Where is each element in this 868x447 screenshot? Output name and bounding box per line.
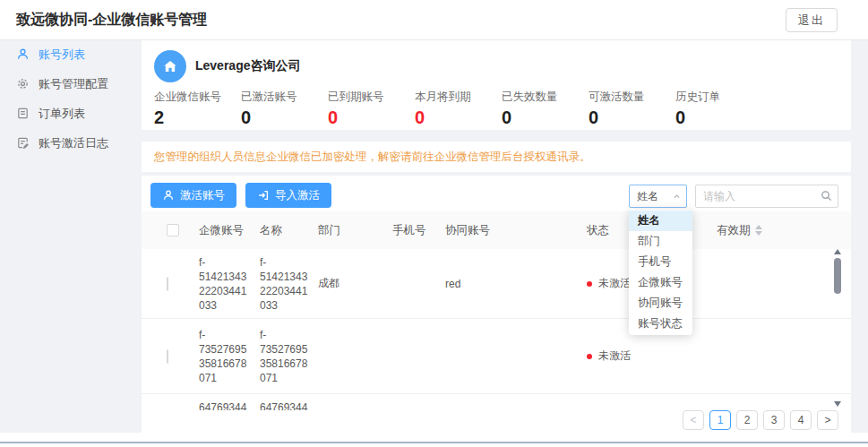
- sort-carets-icon[interactable]: [755, 225, 762, 236]
- sidebar-item-account-list[interactable]: 账号列表: [0, 40, 142, 68]
- col-wecom-account: 企微账号: [199, 223, 260, 238]
- cell-department: [318, 394, 392, 401]
- table-row[interactable]: f- 51421343 22203441 033 f- 51421343 222…: [142, 249, 851, 319]
- search-input[interactable]: [695, 185, 838, 208]
- scrollbar-thumb[interactable]: [834, 258, 841, 294]
- sidebar-item-label: 账号管理配置: [39, 76, 108, 92]
- chevron-up-icon: [673, 193, 681, 201]
- dropdown-option-name[interactable]: 姓名: [629, 211, 692, 231]
- top-header: 致远微协同-企业微信账号管理 退出: [0, 0, 868, 40]
- stat-invalid: 已失效数量 0: [502, 90, 589, 128]
- stats-row: 企业微信账号 2 已激活账号 0 已到期账号 0 本月将到期 0 已失效数量 0…: [154, 90, 838, 128]
- cell-collab-account: [445, 394, 587, 401]
- table-row[interactable]: f- 73527695 35816678 071 f- 73527695 358…: [142, 319, 851, 394]
- table-header: 企微账号 名称 部门 手机号 协同账号 状态 有效期: [142, 211, 851, 249]
- dropdown-option-department[interactable]: 部门: [629, 231, 692, 252]
- cell-validity: [717, 394, 851, 401]
- dropdown-option-phone[interactable]: 手机号: [629, 252, 692, 272]
- stat-value: 0: [675, 107, 762, 128]
- cell-name: 64769344: [260, 394, 318, 410]
- sidebar-item-label: 账号激活日志: [39, 135, 108, 151]
- stat-value: 0: [502, 107, 589, 128]
- home-icon: [154, 50, 186, 82]
- pagination: < 1 2 3 4 >: [677, 410, 838, 430]
- bottom-strip: [0, 433, 868, 447]
- toolbar: 激活账号 导入激活: [150, 183, 331, 208]
- status-dot-icon: [587, 354, 592, 359]
- prev-page-button[interactable]: <: [683, 410, 704, 430]
- cell-name: f- 73527695 35816678 071: [260, 328, 318, 385]
- table-row[interactable]: 64769344 64769344: [142, 394, 851, 410]
- row-checkbox[interactable]: [167, 277, 168, 291]
- table-scrollbar[interactable]: [833, 249, 842, 407]
- page-button-3[interactable]: 3: [763, 410, 785, 430]
- user-icon: [162, 189, 175, 202]
- page-button-2[interactable]: 2: [736, 410, 758, 430]
- col-collab-account: 协同账号: [445, 223, 587, 238]
- main-content: Leverage咨询公司 企业微信账号 2 已激活账号 0 已到期账号 0 本月…: [142, 40, 851, 433]
- company-stats-card: Leverage咨询公司 企业微信账号 2 已激活账号 0 已到期账号 0 本月…: [142, 40, 851, 130]
- company-name: Leverage咨询公司: [195, 58, 300, 74]
- cell-collab-account: red: [445, 278, 587, 290]
- company-row: Leverage咨询公司: [154, 49, 838, 83]
- order-icon: [16, 107, 30, 120]
- stat-value: 0: [328, 107, 415, 128]
- scroll-down-icon[interactable]: [834, 401, 841, 407]
- page-title: 致远微协同-企业微信账号管理: [16, 0, 207, 39]
- stat-value: 0: [241, 107, 328, 128]
- scroll-up-icon[interactable]: [834, 249, 841, 254]
- search-field-select[interactable]: 姓名: [629, 185, 687, 208]
- sidebar: 账号列表 账号管理配置 订单列表 账号激活日志: [0, 40, 142, 433]
- cell-wecom-account: 64769344: [199, 394, 260, 410]
- logout-button[interactable]: 退出: [786, 8, 838, 32]
- sidebar-item-label: 账号列表: [39, 47, 85, 63]
- search-input-wrap: [695, 185, 838, 208]
- sidebar-item-label: 订单列表: [39, 106, 85, 122]
- cell-phone: [392, 394, 445, 401]
- import-activation-button[interactable]: 导入激活: [245, 183, 331, 208]
- cell-status: [587, 394, 717, 401]
- row-checkbox[interactable]: [167, 349, 168, 364]
- log-icon: [16, 136, 30, 150]
- sidebar-item-activation-log[interactable]: 账号激活日志: [0, 129, 142, 157]
- page-button-4[interactable]: 4: [790, 410, 812, 430]
- status-dot-icon: [587, 281, 592, 287]
- stat-activatable: 可激活数量 0: [589, 90, 675, 128]
- next-page-button[interactable]: >: [817, 410, 838, 430]
- cell-status: 未激活: [587, 348, 717, 364]
- encryption-notice: 您管理的组织人员信息企业微信已加密处理，解密请前往企业微信管理后台授权通讯录。: [142, 142, 851, 172]
- dropdown-option-collab-account[interactable]: 协同账号: [629, 293, 692, 314]
- search-controls: 姓名: [629, 185, 838, 208]
- cell-wecom-account: f- 73527695 35816678 071: [199, 328, 260, 385]
- status-badge: 未激活: [598, 276, 631, 291]
- sidebar-item-account-config[interactable]: 账号管理配置: [0, 70, 142, 98]
- stat-history-orders: 历史订单 0: [675, 90, 762, 128]
- gear-icon: [16, 77, 30, 90]
- col-phone: 手机号: [392, 223, 445, 238]
- stat-value: 0: [415, 107, 502, 128]
- stat-activated: 已激活账号 0: [241, 90, 328, 128]
- col-name: 名称: [260, 223, 318, 238]
- dropdown-option-account-status[interactable]: 账号状态: [629, 314, 692, 334]
- cell-department: 成都: [318, 276, 392, 291]
- stat-expiring-this-month: 本月将到期 0: [415, 90, 502, 128]
- col-department: 部门: [318, 223, 392, 238]
- table-body: f- 51421343 22203441 033 f- 51421343 222…: [142, 249, 851, 410]
- stat-total-accounts: 企业微信账号 2: [154, 90, 241, 128]
- status-badge: 未激活: [598, 348, 631, 364]
- stat-expired: 已到期账号 0: [328, 90, 415, 128]
- bottom-divider: [0, 442, 868, 443]
- col-validity[interactable]: 有效期: [717, 223, 851, 238]
- cell-wecom-account: f- 51421343 22203441 033: [199, 255, 260, 313]
- activate-account-button[interactable]: 激活账号: [150, 183, 236, 208]
- search-icon: [821, 190, 832, 202]
- search-field-dropdown: 姓名 部门 手机号 企微账号 协同账号 账号状态: [629, 210, 692, 335]
- sidebar-item-order-list[interactable]: 订单列表: [0, 99, 142, 127]
- dropdown-option-wecom-account[interactable]: 企微账号: [629, 272, 692, 293]
- stat-value: 0: [589, 107, 675, 128]
- page-button-1[interactable]: 1: [709, 410, 731, 430]
- account-table-card: 激活账号 导入激活 姓名: [142, 176, 851, 434]
- cell-name: f- 51421343 22203441 033: [260, 255, 318, 313]
- import-icon: [257, 189, 270, 202]
- select-all-checkbox[interactable]: [167, 224, 179, 236]
